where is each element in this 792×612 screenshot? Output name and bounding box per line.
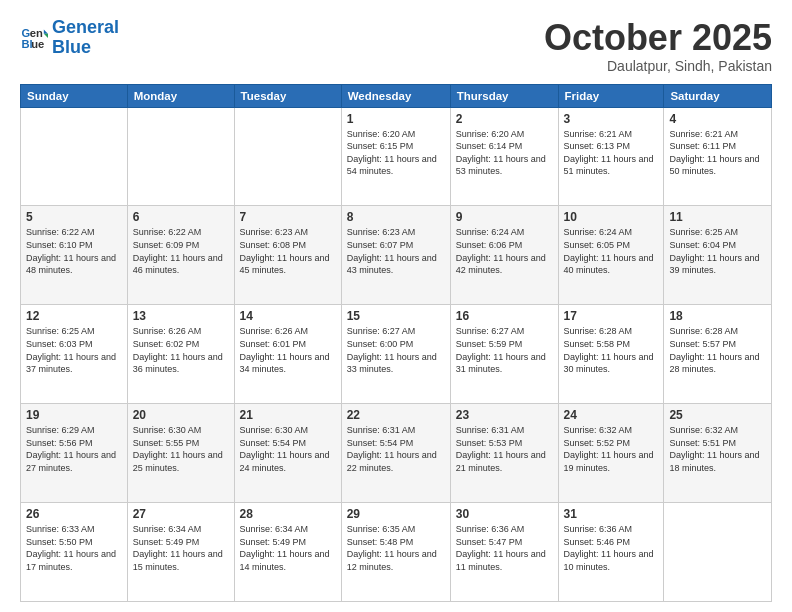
table-row: 19Sunrise: 6:29 AMSunset: 5:56 PMDayligh…	[21, 404, 128, 503]
table-row: 18Sunrise: 6:28 AMSunset: 5:57 PMDayligh…	[664, 305, 772, 404]
day-info: Sunrise: 6:26 AMSunset: 6:02 PMDaylight:…	[133, 325, 229, 375]
day-info: Sunrise: 6:22 AMSunset: 6:09 PMDaylight:…	[133, 226, 229, 276]
day-info: Sunrise: 6:28 AMSunset: 5:57 PMDaylight:…	[669, 325, 766, 375]
table-row	[664, 503, 772, 602]
logo-line2: Blue	[52, 37, 91, 57]
logo-text: General Blue	[52, 18, 119, 58]
day-info: Sunrise: 6:24 AMSunset: 6:05 PMDaylight:…	[564, 226, 659, 276]
day-number: 30	[456, 507, 553, 521]
day-number: 12	[26, 309, 122, 323]
day-number: 22	[347, 408, 445, 422]
calendar-week-4: 19Sunrise: 6:29 AMSunset: 5:56 PMDayligh…	[21, 404, 772, 503]
day-info: Sunrise: 6:21 AMSunset: 6:13 PMDaylight:…	[564, 128, 659, 178]
table-row: 3Sunrise: 6:21 AMSunset: 6:13 PMDaylight…	[558, 107, 664, 206]
day-number: 21	[240, 408, 336, 422]
title-block: October 2025 Daulatpur, Sindh, Pakistan	[544, 18, 772, 74]
day-info: Sunrise: 6:36 AMSunset: 5:46 PMDaylight:…	[564, 523, 659, 573]
table-row: 11Sunrise: 6:25 AMSunset: 6:04 PMDayligh…	[664, 206, 772, 305]
day-number: 20	[133, 408, 229, 422]
day-info: Sunrise: 6:23 AMSunset: 6:08 PMDaylight:…	[240, 226, 336, 276]
day-number: 13	[133, 309, 229, 323]
col-sunday: Sunday	[21, 84, 128, 107]
table-row: 6Sunrise: 6:22 AMSunset: 6:09 PMDaylight…	[127, 206, 234, 305]
table-row: 10Sunrise: 6:24 AMSunset: 6:05 PMDayligh…	[558, 206, 664, 305]
day-number: 29	[347, 507, 445, 521]
calendar-week-2: 5Sunrise: 6:22 AMSunset: 6:10 PMDaylight…	[21, 206, 772, 305]
svg-text:ue: ue	[31, 38, 44, 50]
table-row: 8Sunrise: 6:23 AMSunset: 6:07 PMDaylight…	[341, 206, 450, 305]
day-number: 15	[347, 309, 445, 323]
day-info: Sunrise: 6:23 AMSunset: 6:07 PMDaylight:…	[347, 226, 445, 276]
table-row: 31Sunrise: 6:36 AMSunset: 5:46 PMDayligh…	[558, 503, 664, 602]
day-info: Sunrise: 6:25 AMSunset: 6:04 PMDaylight:…	[669, 226, 766, 276]
day-number: 4	[669, 112, 766, 126]
calendar-week-3: 12Sunrise: 6:25 AMSunset: 6:03 PMDayligh…	[21, 305, 772, 404]
table-row: 13Sunrise: 6:26 AMSunset: 6:02 PMDayligh…	[127, 305, 234, 404]
day-number: 19	[26, 408, 122, 422]
table-row: 17Sunrise: 6:28 AMSunset: 5:58 PMDayligh…	[558, 305, 664, 404]
day-number: 27	[133, 507, 229, 521]
day-number: 2	[456, 112, 553, 126]
day-info: Sunrise: 6:20 AMSunset: 6:14 PMDaylight:…	[456, 128, 553, 178]
day-info: Sunrise: 6:24 AMSunset: 6:06 PMDaylight:…	[456, 226, 553, 276]
table-row: 24Sunrise: 6:32 AMSunset: 5:52 PMDayligh…	[558, 404, 664, 503]
table-row: 27Sunrise: 6:34 AMSunset: 5:49 PMDayligh…	[127, 503, 234, 602]
day-info: Sunrise: 6:22 AMSunset: 6:10 PMDaylight:…	[26, 226, 122, 276]
logo-icon: G en Bl ue	[20, 24, 48, 52]
calendar: Sunday Monday Tuesday Wednesday Thursday…	[20, 84, 772, 602]
day-info: Sunrise: 6:33 AMSunset: 5:50 PMDaylight:…	[26, 523, 122, 573]
day-info: Sunrise: 6:26 AMSunset: 6:01 PMDaylight:…	[240, 325, 336, 375]
col-tuesday: Tuesday	[234, 84, 341, 107]
day-number: 31	[564, 507, 659, 521]
day-info: Sunrise: 6:20 AMSunset: 6:15 PMDaylight:…	[347, 128, 445, 178]
table-row: 23Sunrise: 6:31 AMSunset: 5:53 PMDayligh…	[450, 404, 558, 503]
month-title: October 2025	[544, 18, 772, 58]
day-number: 3	[564, 112, 659, 126]
table-row: 9Sunrise: 6:24 AMSunset: 6:06 PMDaylight…	[450, 206, 558, 305]
table-row	[127, 107, 234, 206]
table-row: 20Sunrise: 6:30 AMSunset: 5:55 PMDayligh…	[127, 404, 234, 503]
day-number: 1	[347, 112, 445, 126]
day-info: Sunrise: 6:27 AMSunset: 6:00 PMDaylight:…	[347, 325, 445, 375]
day-info: Sunrise: 6:28 AMSunset: 5:58 PMDaylight:…	[564, 325, 659, 375]
svg-marker-5	[44, 34, 48, 38]
table-row: 22Sunrise: 6:31 AMSunset: 5:54 PMDayligh…	[341, 404, 450, 503]
table-row: 4Sunrise: 6:21 AMSunset: 6:11 PMDaylight…	[664, 107, 772, 206]
svg-text:G: G	[21, 26, 30, 38]
col-monday: Monday	[127, 84, 234, 107]
table-row: 29Sunrise: 6:35 AMSunset: 5:48 PMDayligh…	[341, 503, 450, 602]
calendar-header-row: Sunday Monday Tuesday Wednesday Thursday…	[21, 84, 772, 107]
table-row: 7Sunrise: 6:23 AMSunset: 6:08 PMDaylight…	[234, 206, 341, 305]
page: G en Bl ue General Blue October 2025 Dau…	[0, 0, 792, 612]
logo-line1: General	[52, 17, 119, 37]
table-row: 25Sunrise: 6:32 AMSunset: 5:51 PMDayligh…	[664, 404, 772, 503]
day-info: Sunrise: 6:34 AMSunset: 5:49 PMDaylight:…	[240, 523, 336, 573]
calendar-week-1: 1Sunrise: 6:20 AMSunset: 6:15 PMDaylight…	[21, 107, 772, 206]
day-info: Sunrise: 6:30 AMSunset: 5:55 PMDaylight:…	[133, 424, 229, 474]
day-info: Sunrise: 6:36 AMSunset: 5:47 PMDaylight:…	[456, 523, 553, 573]
table-row: 28Sunrise: 6:34 AMSunset: 5:49 PMDayligh…	[234, 503, 341, 602]
day-number: 5	[26, 210, 122, 224]
table-row: 21Sunrise: 6:30 AMSunset: 5:54 PMDayligh…	[234, 404, 341, 503]
table-row: 2Sunrise: 6:20 AMSunset: 6:14 PMDaylight…	[450, 107, 558, 206]
day-info: Sunrise: 6:31 AMSunset: 5:53 PMDaylight:…	[456, 424, 553, 474]
day-info: Sunrise: 6:25 AMSunset: 6:03 PMDaylight:…	[26, 325, 122, 375]
col-wednesday: Wednesday	[341, 84, 450, 107]
calendar-week-5: 26Sunrise: 6:33 AMSunset: 5:50 PMDayligh…	[21, 503, 772, 602]
day-number: 16	[456, 309, 553, 323]
day-info: Sunrise: 6:34 AMSunset: 5:49 PMDaylight:…	[133, 523, 229, 573]
day-number: 8	[347, 210, 445, 224]
table-row: 30Sunrise: 6:36 AMSunset: 5:47 PMDayligh…	[450, 503, 558, 602]
day-info: Sunrise: 6:32 AMSunset: 5:52 PMDaylight:…	[564, 424, 659, 474]
table-row: 5Sunrise: 6:22 AMSunset: 6:10 PMDaylight…	[21, 206, 128, 305]
day-number: 28	[240, 507, 336, 521]
day-number: 26	[26, 507, 122, 521]
day-number: 9	[456, 210, 553, 224]
day-number: 25	[669, 408, 766, 422]
header: G en Bl ue General Blue October 2025 Dau…	[20, 18, 772, 74]
day-info: Sunrise: 6:21 AMSunset: 6:11 PMDaylight:…	[669, 128, 766, 178]
table-row	[234, 107, 341, 206]
table-row	[21, 107, 128, 206]
day-number: 23	[456, 408, 553, 422]
day-number: 10	[564, 210, 659, 224]
